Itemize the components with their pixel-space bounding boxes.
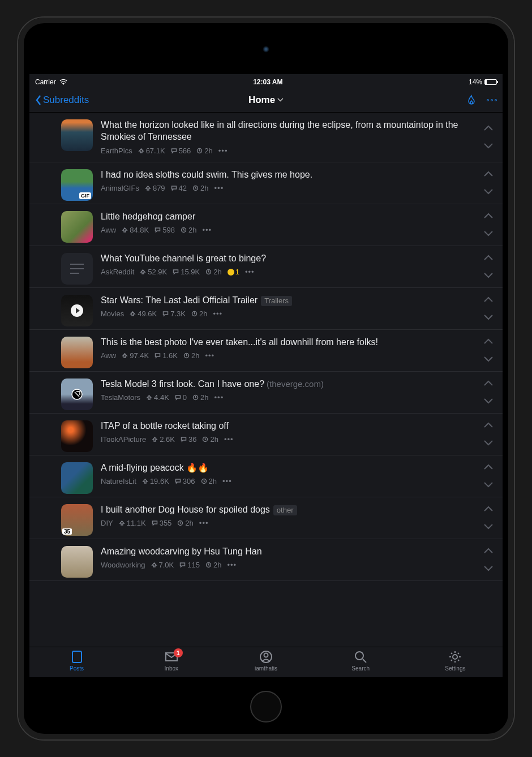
upvote-button[interactable] — [483, 125, 494, 131]
post-thumbnail[interactable] — [61, 337, 93, 368]
upvote-button[interactable] — [483, 422, 494, 428]
feed-selector[interactable]: Home — [248, 94, 284, 106]
post-row[interactable]: GIFI had no idea sloths could swim. This… — [29, 162, 503, 204]
post-subreddit[interactable]: ITookAPicture — [101, 435, 146, 444]
downvote-button[interactable] — [483, 356, 494, 362]
post-title: What the horizon looked like in all dire… — [101, 120, 458, 141]
post-age: 2h — [205, 561, 221, 569]
post-feed[interactable]: What the horizon looked like in all dire… — [29, 113, 503, 647]
upvote-button[interactable] — [483, 255, 494, 261]
downvote-button[interactable] — [483, 440, 494, 446]
post-row[interactable]: What YouTube channel is great to binge?A… — [29, 246, 503, 288]
post-comments: 42 — [171, 184, 187, 192]
post-more-icon[interactable]: ••• — [214, 184, 224, 192]
tab-posts[interactable]: Posts — [29, 650, 124, 677]
device-camera — [263, 46, 269, 53]
sort-hot-icon[interactable] — [465, 94, 478, 106]
more-options-button[interactable] — [487, 99, 497, 101]
comment-icon — [173, 269, 179, 275]
svg-point-18 — [453, 655, 457, 659]
upvote-button[interactable] — [483, 213, 494, 219]
downvote-button[interactable] — [483, 523, 494, 530]
post-thumbnail[interactable] — [61, 546, 93, 578]
post-more-icon[interactable]: ••• — [199, 519, 209, 527]
post-more-icon[interactable]: ••• — [227, 561, 237, 569]
downvote-button[interactable] — [483, 188, 494, 195]
post-thumbnail[interactable] — [61, 462, 93, 494]
post-score: 97.4K — [122, 351, 149, 360]
post-title: This is the best photo I've ever taken..… — [101, 337, 378, 347]
post-title: What YouTube channel is great to binge? — [101, 253, 266, 263]
upvote-button[interactable] — [483, 171, 494, 177]
upvote-button[interactable] — [483, 296, 494, 303]
post-thumbnail[interactable]: GIF — [61, 169, 93, 201]
post-award: 1 — [228, 268, 239, 276]
post-more-icon[interactable]: ••• — [222, 477, 232, 485]
tab-search[interactable]: Search — [314, 650, 408, 677]
tab-inbox[interactable]: 1 Inbox — [124, 650, 218, 677]
back-label: Subreddits — [43, 94, 89, 106]
downvote-button[interactable] — [483, 481, 494, 488]
upvote-icon — [130, 311, 136, 317]
post-row[interactable]: Star Wars: The Last Jedi Official Traile… — [29, 288, 503, 330]
downvote-button[interactable] — [483, 143, 494, 149]
post-thumbnail[interactable] — [61, 253, 93, 285]
post-row[interactable]: A mid-flying peacock 🔥🔥NatureIsLit19.6K3… — [29, 455, 503, 497]
upvote-button[interactable] — [483, 548, 494, 554]
post-row[interactable]: What the horizon looked like in all dire… — [29, 113, 503, 162]
post-subreddit[interactable]: Aww — [101, 226, 116, 234]
downvote-button[interactable] — [483, 272, 494, 278]
post-row[interactable]: Tesla Model 3 first look. Can I have one… — [29, 372, 503, 414]
tab-account[interactable]: iamthatis — [218, 650, 313, 677]
tab-settings[interactable]: Settings — [408, 650, 503, 677]
post-thumbnail[interactable] — [61, 295, 93, 326]
post-subreddit[interactable]: Aww — [101, 351, 116, 360]
tab-bar: Posts 1 Inbox iamthatis Search Settings — [29, 647, 503, 677]
post-row[interactable]: Amazing woodcarving by Hsu Tung HanWoodw… — [29, 539, 503, 581]
back-button[interactable]: Subreddits — [35, 94, 89, 106]
nav-bar: Subreddits Home — [29, 88, 503, 113]
downvote-button[interactable] — [483, 230, 494, 236]
upvote-button[interactable] — [483, 338, 494, 345]
post-flair: other — [273, 505, 297, 516]
downvote-button[interactable] — [483, 565, 494, 571]
post-thumbnail[interactable] — [61, 211, 93, 243]
post-score: 11.1K — [119, 519, 146, 527]
post-subreddit[interactable]: AskReddit — [101, 268, 134, 276]
post-row[interactable]: ITAP of a bottle rocket taking offITookA… — [29, 414, 503, 455]
post-subreddit[interactable]: Woodworking — [101, 561, 145, 569]
post-row[interactable]: Little hedgehog camperAww84.8K5982h••• — [29, 204, 503, 246]
upvote-button[interactable] — [483, 506, 494, 512]
post-thumbnail[interactable] — [61, 378, 93, 410]
post-subreddit[interactable]: AnimalGIFs — [101, 184, 139, 192]
post-more-icon[interactable]: ••• — [202, 226, 212, 234]
comment-icon — [162, 311, 169, 317]
device-home-button[interactable] — [250, 691, 282, 722]
post-thumbnail[interactable]: 35 — [61, 504, 93, 536]
post-more-icon[interactable]: ••• — [224, 435, 234, 444]
downvote-button[interactable] — [483, 314, 494, 320]
post-subreddit[interactable]: TeslaMotors — [101, 393, 140, 402]
post-subreddit[interactable]: NatureIsLit — [101, 477, 136, 485]
upvote-icon — [138, 148, 144, 154]
upvote-icon — [140, 269, 146, 275]
upvote-button[interactable] — [483, 380, 494, 386]
post-comments: 15.9K — [173, 268, 200, 276]
post-more-icon[interactable]: ••• — [218, 147, 228, 155]
post-more-icon[interactable]: ••• — [205, 351, 214, 360]
post-row[interactable]: 35I built another Dog House for spoiled … — [29, 497, 503, 539]
post-thumbnail[interactable] — [61, 119, 93, 151]
post-subreddit[interactable]: EarthPics — [101, 147, 132, 155]
upvote-button[interactable] — [483, 464, 494, 470]
post-subreddit[interactable]: Movies — [101, 309, 124, 318]
post-more-icon[interactable]: ••• — [214, 393, 224, 402]
account-icon — [259, 650, 273, 664]
post-row[interactable]: This is the best photo I've ever taken..… — [29, 330, 503, 372]
clock-icon — [201, 478, 207, 484]
post-more-icon[interactable]: ••• — [245, 268, 255, 276]
post-subreddit[interactable]: DIY — [101, 519, 113, 527]
post-more-icon[interactable]: ••• — [213, 309, 222, 318]
downvote-button[interactable] — [483, 398, 494, 404]
svg-point-17 — [355, 652, 363, 660]
post-thumbnail[interactable] — [61, 420, 93, 452]
